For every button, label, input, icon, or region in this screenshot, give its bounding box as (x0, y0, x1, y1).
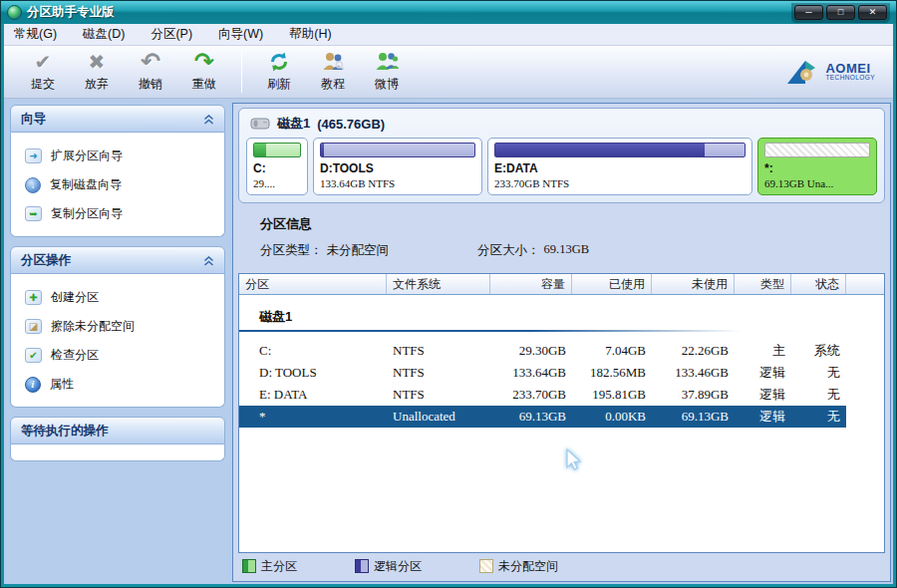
partition-table: 分区 文件系统 容量 已使用 未使用 类型 状态 磁盘1 C: NTFS 29.… (238, 273, 885, 553)
menu-item-general[interactable]: 常规(G) (14, 26, 57, 43)
legend-unallocated: 未分配空间 (479, 558, 558, 575)
disk-size: (465.76GB) (317, 117, 385, 132)
commit-check-icon: ✔ (35, 49, 52, 75)
table-row-d[interactable]: D: TOOLS NTFS 133.64GB 182.56MB 133.46GB… (239, 362, 846, 384)
sidebar: 向导 ➜ 扩展分区向导 ↓ 复制磁盘向导 ➥ (8, 103, 229, 582)
partition-size-value: 69.13GB (544, 242, 590, 259)
table-row-unallocated[interactable]: * Unallocated 69.13GB 0.00KB 69.13GB 逻辑 … (239, 406, 846, 428)
section-partition-operations-header[interactable]: 分区操作 (10, 246, 225, 274)
sidebar-item-properties[interactable]: i 属性 (15, 370, 220, 399)
sidebar-item-check-partition[interactable]: ✔ 检查分区 (15, 341, 220, 370)
redo-button[interactable]: ↷ 重做 (177, 48, 231, 96)
create-partition-icon: ✚ (25, 290, 42, 305)
sidebar-item-create-partition[interactable]: ✚ 创建分区 (15, 283, 220, 312)
usage-bar (320, 143, 475, 157)
maximize-icon: □ (838, 8, 843, 17)
section-pending-operations-header[interactable]: 等待执行的操作 (10, 417, 225, 444)
primary-partition-swatch-icon (242, 559, 256, 573)
partition-type-label: 分区类型： (260, 242, 323, 259)
copy-partition-wizard-icon: ➥ (25, 206, 42, 221)
legend-logical: 逻辑分区 (355, 558, 422, 575)
tutorial-button[interactable]: 教程 (306, 48, 360, 96)
disk-name: 磁盘1 (277, 115, 310, 133)
sidebar-item-copy-disk-wizard[interactable]: ↓ 复制磁盘向导 (15, 170, 220, 199)
discard-x-icon: ✖ (89, 49, 106, 75)
disk-group-label: 磁盘1 (239, 308, 884, 326)
pending-operations-list (10, 444, 225, 461)
toolbar: ✔ 提交 ✖ 放弃 ↶ 撤销 ↷ 重做 刷新 (4, 46, 893, 99)
column-header-free[interactable]: 未使用 (652, 274, 735, 294)
menu-bar: 常规(G) 磁盘(D) 分区(P) 向导(W) 帮助(H) (4, 24, 893, 46)
section-partition-operations: 分区操作 ✚ 创建分区 ◪ 擦除未分配空间 ✔ (10, 246, 225, 408)
disk-block-unallocated[interactable]: *: 69.13GB Una... (757, 138, 877, 195)
title-bar: 分区助手专业版 ─ □ ✕ (1, 1, 896, 24)
section-pending-operations: 等待执行的操作 (10, 417, 225, 461)
tutorial-people-icon (321, 49, 345, 75)
minimize-button[interactable]: ─ (794, 5, 823, 20)
properties-info-icon: i (25, 377, 41, 393)
app-window: 分区助手专业版 ─ □ ✕ 常规(G) 磁盘(D) 分区(P) 向导(W) 帮助… (0, 0, 897, 588)
disk-block-c[interactable]: C: 29.... (246, 138, 308, 195)
check-partition-icon: ✔ (25, 348, 42, 363)
partition-info: 分区信息 分区类型： 未分配空间 分区大小： 69.13GB (238, 203, 885, 273)
disk-block-e[interactable]: E:DATA 233.70GB NTFS (487, 138, 752, 195)
column-header-capacity[interactable]: 容量 (490, 274, 572, 294)
app-icon (7, 5, 22, 20)
column-header-filesystem[interactable]: 文件系统 (387, 274, 490, 294)
table-row-c[interactable]: C: NTFS 29.30GB 7.04GB 22.26GB 主 系统 (239, 340, 846, 362)
column-header-partition[interactable]: 分区 (239, 274, 387, 294)
column-header-status[interactable]: 状态 (791, 274, 846, 294)
partition-info-title: 分区信息 (260, 215, 863, 233)
menu-item-wizard[interactable]: 向导(W) (218, 26, 263, 43)
usage-bar (253, 143, 301, 157)
content-area: 向导 ➜ 扩展分区向导 ↓ 复制磁盘向导 ➥ (4, 99, 893, 584)
window-title: 分区助手专业版 (27, 4, 115, 21)
legend: 主分区 逻辑分区 未分配空间 (238, 553, 885, 578)
collapse-chevron-icon[interactable] (203, 115, 214, 125)
maximize-button[interactable]: □ (826, 5, 855, 20)
sidebar-item-wipe-unallocated[interactable]: ◪ 擦除未分配空间 (15, 312, 220, 341)
usage-bar (494, 143, 746, 157)
menu-item-help[interactable]: 帮助(H) (289, 26, 331, 43)
sidebar-item-extend-partition-wizard[interactable]: ➜ 扩展分区向导 (15, 142, 220, 170)
brand-name: AOMEI (825, 62, 875, 76)
weibo-button[interactable]: 微博 (360, 48, 414, 96)
brand-subtitle: TECHNOLOGY (825, 75, 875, 82)
menu-item-partition[interactable]: 分区(P) (150, 26, 192, 43)
redo-arrow-icon: ↷ (194, 49, 214, 75)
extend-partition-wizard-icon: ➜ (25, 148, 42, 163)
discard-button[interactable]: ✖ 放弃 (70, 48, 124, 96)
undo-arrow-icon: ↶ (141, 49, 160, 75)
window-controls: ─ □ ✕ (791, 3, 890, 23)
refresh-button[interactable]: 刷新 (252, 48, 306, 96)
partition-size-label: 分区大小： (477, 242, 540, 259)
column-header-type[interactable]: 类型 (735, 274, 791, 294)
disk-group-underline (239, 330, 768, 332)
collapse-chevron-icon[interactable] (203, 256, 214, 266)
menu-item-disk[interactable]: 磁盘(D) (83, 26, 125, 43)
refresh-icon (268, 49, 290, 75)
weibo-people-icon (375, 49, 399, 75)
close-button[interactable]: ✕ (858, 5, 887, 20)
sidebar-item-copy-partition-wizard[interactable]: ➥ 复制分区向导 (15, 199, 220, 228)
copy-disk-wizard-icon: ↓ (25, 177, 41, 193)
aomei-brand: AOMEI TECHNOLOGY (784, 59, 881, 86)
table-header: 分区 文件系统 容量 已使用 未使用 类型 状态 (239, 274, 884, 295)
minimize-icon: ─ (805, 8, 811, 17)
main-panel: 磁盘1 (465.76GB) C: 29.... D:TOOLS 133.64G… (232, 103, 891, 582)
legend-primary: 主分区 (242, 558, 297, 575)
wipe-unallocated-icon: ◪ (25, 319, 42, 334)
section-wizards-header[interactable]: 向导 (10, 105, 225, 133)
partition-type-value: 未分配空间 (327, 242, 390, 259)
toolbar-separator (241, 51, 242, 93)
commit-button[interactable]: ✔ 提交 (16, 48, 70, 96)
disk-panel: 磁盘1 (465.76GB) C: 29.... D:TOOLS 133.64G… (238, 108, 885, 203)
undo-button[interactable]: ↶ 撤销 (124, 48, 177, 96)
section-wizards: 向导 ➜ 扩展分区向导 ↓ 复制磁盘向导 ➥ (10, 105, 225, 237)
aomei-logo-icon (784, 59, 820, 86)
disk-block-d[interactable]: D:TOOLS 133.64GB NTFS (313, 138, 482, 195)
logical-partition-swatch-icon (355, 559, 369, 573)
column-header-used[interactable]: 已使用 (572, 274, 652, 294)
table-row-e[interactable]: E: DATA NTFS 233.70GB 195.81GB 37.89GB 逻… (239, 384, 846, 406)
close-icon: ✕ (869, 8, 877, 17)
